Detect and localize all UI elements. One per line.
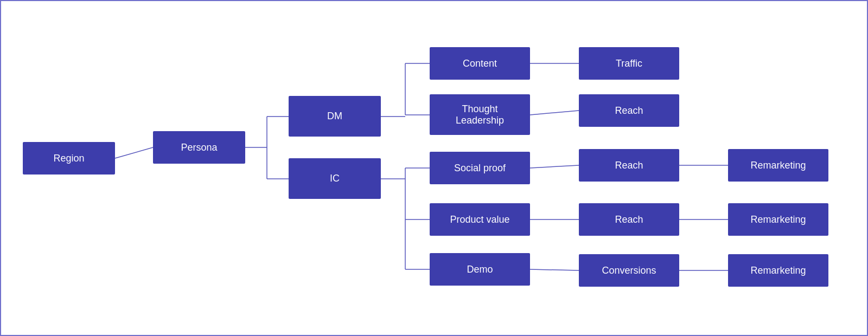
diagram-canvas: Region Persona DM IC Content ThoughtLead…: [0, 0, 868, 336]
svg-line-16: [530, 165, 579, 168]
node-remarketing-1: Remarketing: [728, 149, 828, 182]
node-conversions: Conversions: [579, 254, 679, 287]
node-remarketing-2: Remarketing: [728, 203, 828, 236]
node-region: Region: [23, 142, 115, 175]
node-reach-2: Reach: [579, 149, 679, 182]
node-persona: Persona: [153, 131, 245, 164]
node-product-value: Product value: [430, 203, 530, 236]
svg-line-15: [530, 111, 579, 115]
node-reach-3: Reach: [579, 203, 679, 236]
node-reach-1: Reach: [579, 94, 679, 127]
svg-line-18: [530, 269, 579, 270]
node-remarketing-3: Remarketing: [728, 254, 828, 287]
svg-line-0: [115, 147, 153, 158]
node-traffic: Traffic: [579, 47, 679, 80]
node-social-proof: Social proof: [430, 152, 530, 184]
node-content: Content: [430, 47, 530, 80]
node-thought-leadership: ThoughtLeadership: [430, 94, 530, 135]
node-dm: DM: [289, 96, 381, 137]
node-ic: IC: [289, 158, 381, 199]
node-demo: Demo: [430, 253, 530, 286]
